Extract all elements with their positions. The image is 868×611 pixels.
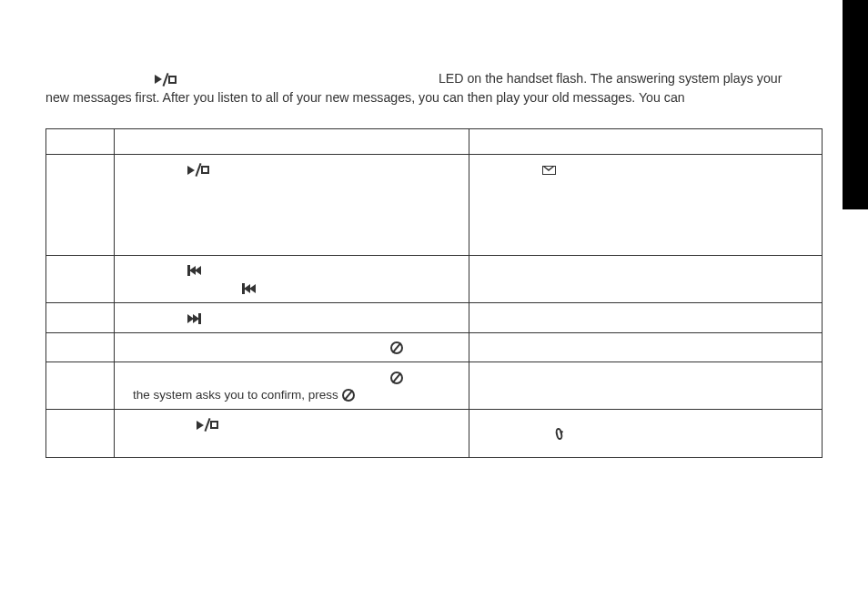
envelope-icon xyxy=(542,166,556,175)
forward-icon xyxy=(187,313,201,324)
cancel-icon xyxy=(342,389,355,402)
play-stop-icon xyxy=(197,419,218,431)
row-cancel1-col1 xyxy=(46,332,115,362)
intro-text-line2: new messages first. After you listen to … xyxy=(45,88,823,107)
cancel-icon xyxy=(390,341,403,354)
row-rewind-col2 xyxy=(115,256,469,303)
row-confirm-col2: the system asks you to confirm, press xyxy=(115,362,469,410)
row-forward-col1 xyxy=(46,303,115,333)
header-cell-2 xyxy=(115,129,469,155)
row-stop-col1 xyxy=(46,410,115,457)
play-stop-icon xyxy=(155,74,177,86)
intro-text-line1: LED on the handset flash. The answering … xyxy=(439,71,782,86)
table-row-confirm: the system asks you to confirm, press xyxy=(46,362,823,410)
rewind-icon xyxy=(242,283,256,294)
header-cell-3 xyxy=(469,129,823,155)
table-row-play xyxy=(46,155,823,256)
header-cell-1 xyxy=(46,129,115,155)
row-play-col2 xyxy=(115,155,469,256)
side-black-bar xyxy=(843,0,868,209)
row-cancel1-col3 xyxy=(469,332,823,362)
controls-table: the system asks you to confirm, press xyxy=(45,128,823,457)
table-row-forward xyxy=(46,303,823,333)
row-rewind-col1 xyxy=(46,256,115,303)
row-forward-col3 xyxy=(469,303,823,333)
page-content: LED on the handset flash. The answering … xyxy=(0,0,868,476)
rewind-icon xyxy=(187,265,201,276)
row-rewind-col3 xyxy=(469,256,823,303)
play-stop-icon xyxy=(187,164,209,176)
row-stop-col3 xyxy=(469,410,823,457)
intro-paragraph: LED on the handset flash. The answering … xyxy=(45,69,823,107)
row-confirm-col3 xyxy=(469,362,823,410)
phone-icon xyxy=(555,428,564,441)
row-cancel1-col2 xyxy=(115,332,469,362)
row-play-col3 xyxy=(469,155,823,256)
row-confirm-col1 xyxy=(46,362,115,410)
confirm-text: the system asks you to confirm, press xyxy=(133,388,342,402)
table-row-cancel1 xyxy=(46,332,823,362)
table-row-rewind xyxy=(46,256,823,303)
table-row-stop xyxy=(46,410,823,457)
row-play-col1 xyxy=(46,155,115,256)
table-header-row xyxy=(46,129,823,155)
row-stop-col2 xyxy=(115,410,469,457)
row-forward-col2 xyxy=(115,303,469,333)
cancel-icon xyxy=(390,372,403,384)
